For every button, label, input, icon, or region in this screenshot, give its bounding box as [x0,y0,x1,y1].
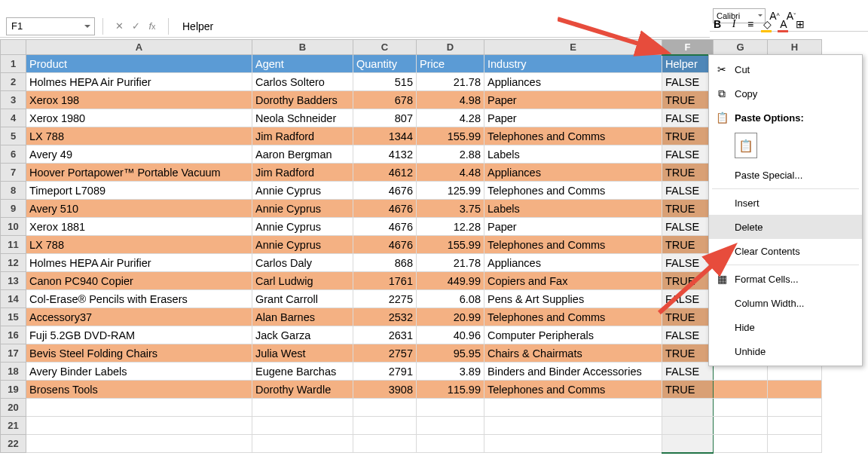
cell-C2[interactable]: 515 [353,73,417,91]
cell-D6[interactable]: 2.88 [417,145,484,164]
cell-C21[interactable] [353,417,417,435]
cell-F4[interactable]: FALSE [662,109,714,127]
cell-B20[interactable] [252,399,353,417]
cell-D5[interactable]: 155.99 [417,127,484,145]
cell-E13[interactable]: Copiers and Fax [484,272,662,290]
menu-delete[interactable]: Delete [709,215,862,239]
cell-D18[interactable]: 3.89 [417,363,484,381]
menu-column-width[interactable]: Column Width... [709,291,862,315]
cell-D13[interactable]: 449.99 [417,272,484,290]
cell-B4[interactable]: Neola Schneider [252,109,353,127]
cell-E12[interactable]: Appliances [484,254,662,272]
cell-F5[interactable]: TRUE [662,127,714,145]
cell-A2[interactable]: Holmes HEPA Air Purifier [26,73,252,91]
cell-C17[interactable]: 2757 [353,344,417,363]
menu-cut[interactable]: ✂Cut [709,57,862,81]
cell-A1[interactable]: Product [26,55,252,73]
cell-D2[interactable]: 21.78 [417,73,484,91]
cell-A11[interactable]: LX 788 [26,236,252,254]
menu-paste-special[interactable]: Paste Special... [709,163,862,187]
paste-default-button[interactable]: 📋 [735,133,757,158]
cell-A3[interactable]: Xerox 198 [26,91,252,109]
cell-D15[interactable]: 20.99 [417,308,484,326]
bold-button[interactable]: B [710,17,725,32]
menu-unhide[interactable]: Unhide [709,339,862,363]
cell-F14[interactable]: FALSE [662,290,714,308]
cell-B1[interactable]: Agent [252,55,353,73]
cell-E20[interactable] [484,399,662,417]
menu-insert[interactable]: Insert [709,191,862,215]
cell-F3[interactable]: TRUE [662,91,714,109]
cell-A5[interactable]: LX 788 [26,127,252,145]
cell-E7[interactable]: Appliances [484,164,662,182]
row-header-21[interactable]: 21 [1,417,26,435]
cell-B12[interactable]: Carlos Daly [252,254,353,272]
cell-D12[interactable]: 21.78 [417,254,484,272]
row-header-11[interactable]: 11 [1,236,26,254]
cell-A4[interactable]: Xerox 1980 [26,109,252,127]
cell-C16[interactable]: 2631 [353,326,417,344]
cell-C1[interactable]: Quantity [353,55,417,73]
cell-A9[interactable]: Avery 510 [26,200,252,218]
cell-C7[interactable]: 4612 [353,164,417,182]
cell-E6[interactable]: Labels [484,145,662,164]
row-header-10[interactable]: 10 [1,218,26,236]
cell-F22[interactable] [662,435,714,453]
cell-B15[interactable]: Alan Barnes [252,308,353,326]
cell-A14[interactable]: Col-Erase® Pencils with Erasers [26,290,252,308]
col-header-G[interactable]: G [714,40,768,55]
cell-C15[interactable]: 2532 [353,308,417,326]
col-header-C[interactable]: C [353,40,417,55]
accept-formula-icon[interactable]: ✓ [127,18,144,35]
cell-E4[interactable]: Paper [484,109,662,127]
cell-B22[interactable] [252,435,353,453]
cell-D10[interactable]: 12.28 [417,218,484,236]
cell-F11[interactable]: TRUE [662,236,714,254]
cell-B5[interactable]: Jim Radford [252,127,353,145]
cell-D9[interactable]: 3.75 [417,200,484,218]
cell-C22[interactable] [353,435,417,453]
cell-H22[interactable] [768,435,822,453]
row-header-19[interactable]: 19 [1,381,26,399]
row-header-22[interactable]: 22 [1,435,26,453]
cell-C14[interactable]: 2275 [353,290,417,308]
cell-H21[interactable] [768,417,822,435]
cell-B11[interactable]: Annie Cyprus [252,236,353,254]
row-header-7[interactable]: 7 [1,164,26,182]
cell-D4[interactable]: 4.28 [417,109,484,127]
cell-F12[interactable]: FALSE [662,254,714,272]
cell-B10[interactable]: Annie Cyprus [252,218,353,236]
cell-D11[interactable]: 155.99 [417,236,484,254]
cell-C5[interactable]: 1344 [353,127,417,145]
cell-F9[interactable]: TRUE [662,200,714,218]
cell-A22[interactable] [26,435,252,453]
cell-A16[interactable]: Fuji 5.2GB DVD-RAM [26,326,252,344]
fx-icon[interactable]: fx [144,18,160,35]
col-header-A[interactable]: A [26,40,252,55]
cell-D3[interactable]: 4.98 [417,91,484,109]
row-header-5[interactable]: 5 [1,127,26,145]
cell-D19[interactable]: 115.99 [417,381,484,399]
cell-D17[interactable]: 95.95 [417,344,484,363]
row-header-20[interactable]: 20 [1,399,26,417]
cell-A10[interactable]: Xerox 1881 [26,218,252,236]
cell-A13[interactable]: Canon PC940 Copier [26,272,252,290]
menu-hide[interactable]: Hide [709,315,862,339]
cell-F2[interactable]: FALSE [662,73,714,91]
cell-D20[interactable] [417,399,484,417]
cell-C19[interactable]: 3908 [353,381,417,399]
cell-B8[interactable]: Annie Cyprus [252,182,353,200]
row-header-18[interactable]: 18 [1,363,26,381]
cell-E16[interactable]: Computer Peripherals [484,326,662,344]
col-header-F[interactable]: F [662,40,714,55]
cell-C3[interactable]: 678 [353,91,417,109]
row-header-16[interactable]: 16 [1,326,26,344]
cell-B13[interactable]: Carl Ludwig [252,272,353,290]
cell-D16[interactable]: 40.96 [417,326,484,344]
cell-E9[interactable]: Labels [484,200,662,218]
cell-A7[interactable]: Hoover Portapower™ Portable Vacuum [26,164,252,182]
cell-F6[interactable]: FALSE [662,145,714,164]
cell-F17[interactable]: TRUE [662,344,714,363]
cell-E22[interactable] [484,435,662,453]
cell-A15[interactable]: Accessory37 [26,308,252,326]
